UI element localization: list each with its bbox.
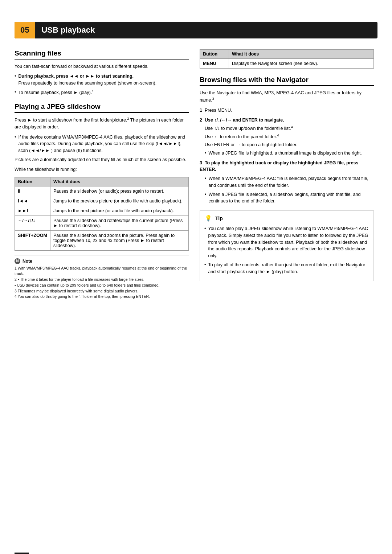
browsing-section: Browsing files with the Navigator Use th… xyxy=(200,76,374,205)
tip-icon: 💡 xyxy=(204,214,212,222)
scanning-section: Scanning files You can fast-scan forward… xyxy=(15,49,189,96)
table-row: ►►IJumps to the next picture (or audio f… xyxy=(15,206,189,216)
table-row: MENUDisplays the Navigator screen (see b… xyxy=(200,59,374,69)
step3-label: 3 xyxy=(200,160,202,165)
scanning-bullet1-text: During playback, press ◄◄ or ►► to start… xyxy=(18,73,156,87)
jpeg-table-header-button: Button xyxy=(15,177,50,186)
right-column: Button What it does MENUDisplays the Nav… xyxy=(200,49,374,300)
jpeg-intro: Press ► to start a slideshow from the fi… xyxy=(15,116,189,131)
jpeg-table: Button What it does IIPauses the slidesh… xyxy=(15,177,189,251)
description-cell: Displays the Navigator screen (see below… xyxy=(229,59,374,69)
footnotes: 1 With WMA/MP3/MPEG-4 AAC tracks, playba… xyxy=(15,266,189,300)
scanning-bold: During playback, press ◄◄ or ►► to start… xyxy=(18,74,134,79)
button-cell: SHIFT+ZOOM xyxy=(15,230,50,250)
step2-text3: Use ENTER or → to open a highlighted fol… xyxy=(205,141,374,148)
step1: 1 Press MENU. xyxy=(200,107,374,114)
footnote-item: 1 With WMA/MP3/MPEG-4 AAC tracks, playba… xyxy=(15,266,189,277)
step2-text2: Use ← to return to the parent folder.4 xyxy=(205,133,374,140)
tip-bullet1: You can also play a JPEG slideshow while… xyxy=(204,225,369,259)
content-area: Scanning files You can fast-scan forward… xyxy=(15,49,377,300)
button-cell: MENU xyxy=(200,59,229,69)
step3-details: When a WMA/MP3/MPEG-4 AAC file is select… xyxy=(205,175,374,205)
step2-bullet: When a JPEG file is highlighted, a thumb… xyxy=(205,150,374,157)
tip-box: 💡 Tip You can also play a JPEG slideshow… xyxy=(200,210,374,281)
table-row: SHIFT+ZOOMPauses the slideshow and zooms… xyxy=(15,230,189,250)
step3-bullet2: When a JPEG file is selected, a slidesho… xyxy=(205,191,374,205)
jpeg-table-header-what: What it does xyxy=(50,177,188,186)
button-cell: II xyxy=(15,186,50,196)
table-row: IIPauses the slideshow (or audio); press… xyxy=(15,186,189,196)
button-cell: ►►I xyxy=(15,206,50,216)
tip-header: 💡 Tip xyxy=(204,214,369,222)
jpeg-title: Playing a JPEG slideshow xyxy=(15,103,189,113)
chapter-title: USB playback xyxy=(35,25,95,35)
step2-bold: Use ↑/↓/←/→ and ENTER to navigate. xyxy=(205,118,284,123)
nav-table-header-button: Button xyxy=(200,50,229,59)
jpeg-bullet1: If the device contains WMA/MP3/MPEG-4 AA… xyxy=(15,134,189,154)
button-cell: ←/→/↑/↓ xyxy=(15,216,50,230)
step3-bold: To play the highlighted track or display… xyxy=(200,160,358,172)
scanning-title: Scanning files xyxy=(15,49,189,59)
description-cell: Pauses the slideshow and rotates/flips t… xyxy=(50,216,188,230)
scanning-bullet1-body: Press repeatedly to increase the scannin… xyxy=(18,81,156,86)
footnote-item: 2 • The time it takes for the player to … xyxy=(15,277,189,283)
page-footer: 24 En xyxy=(15,553,37,554)
scanning-intro: You can fast-scan forward or backward at… xyxy=(15,63,189,70)
jpeg-bullet1-text: If the device contains WMA/MP3/MPEG-4 AA… xyxy=(18,134,189,154)
step2: 2 Use ↑/↓/←/→ and ENTER to navigate. Use… xyxy=(200,117,374,157)
note-icon: N xyxy=(15,258,20,264)
footnote-item: 4 You can also do this by going to the '… xyxy=(15,294,189,300)
note-header: N Note xyxy=(15,258,189,264)
table-row: ←/→/↑/↓Pauses the slideshow and rotates/… xyxy=(15,216,189,230)
jpeg-auto: Pictures are automatically adjusted so t… xyxy=(15,156,189,163)
description-cell: Jumps to the previous picture (or audio … xyxy=(50,196,188,206)
button-cell: I◄◄ xyxy=(15,196,50,206)
jpeg-section: Playing a JPEG slideshow Press ► to star… xyxy=(15,103,189,251)
description-cell: Pauses the slideshow and zooms the pictu… xyxy=(50,230,188,250)
step3: 3 To play the highlighted track or displ… xyxy=(200,160,374,205)
step1-text: Press MENU. xyxy=(205,108,232,113)
nav-mini-table: Button What it does MENUDisplays the Nav… xyxy=(200,49,374,69)
step2-text1: Use ↑/↓ to move up/down the folder/file … xyxy=(205,125,374,132)
browsing-intro: Use the Navigator to find WMA, MP3, MPEG… xyxy=(200,90,374,104)
chapter-header: 05 USB playback xyxy=(15,22,377,38)
tip-label: Tip xyxy=(215,215,223,222)
nav-table-header-what: What it does xyxy=(229,50,374,59)
left-column: Scanning files You can fast-scan forward… xyxy=(15,49,189,300)
description-cell: Jumps to the next picture (or audio file… xyxy=(50,206,188,216)
scanning-bullet2: To resume playback, press ► (play).1 xyxy=(15,89,189,96)
step3-bullet1: When a WMA/MP3/MPEG-4 AAC file is select… xyxy=(205,175,374,189)
scanning-bullet1: During playback, press ◄◄ or ►► to start… xyxy=(15,73,189,87)
table-row: I◄◄Jumps to the previous picture (or aud… xyxy=(15,196,189,206)
browsing-title: Browsing files with the Navigator xyxy=(200,76,374,86)
page-number: 24 xyxy=(15,553,29,554)
step2-details: Use ↑/↓ to move up/down the folder/file … xyxy=(205,125,374,156)
note-label: Note xyxy=(23,259,32,264)
description-cell: Pauses the slideshow (or audio); press a… xyxy=(50,186,188,196)
step1-label: 1 xyxy=(200,108,202,113)
scanning-bullet2-text: To resume playback, press ► (play).1 xyxy=(18,89,94,96)
tip-bullet2: To play all of the contents, rather than… xyxy=(204,262,369,275)
step2-label: 2 xyxy=(200,118,202,123)
footnote-item: • USB devices can contain up to 299 fold… xyxy=(15,283,189,288)
chapter-number: 05 xyxy=(15,22,35,38)
jpeg-running: While the slideshow is running: xyxy=(15,166,189,173)
footnote-item: 3 Filenames may be displayed incorrectly… xyxy=(15,288,189,294)
page: 05 USB playback Scanning files You can f… xyxy=(0,22,392,554)
note-section: N Note 1 With WMA/MP3/MPEG-4 AAC tracks,… xyxy=(15,255,189,300)
